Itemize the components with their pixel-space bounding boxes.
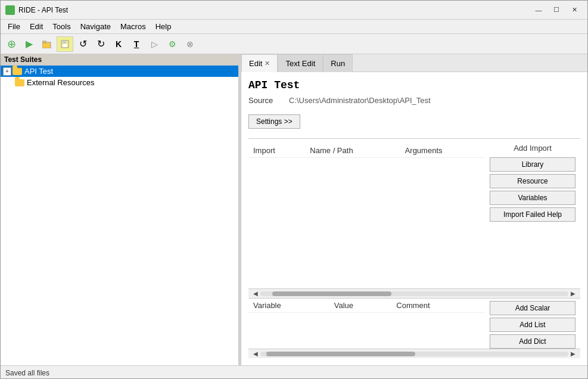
source-label: Source [248,96,284,105]
k-toolbar-btn[interactable]: K [110,36,127,52]
variables-button[interactable]: Variables [490,191,575,205]
menu-item-file[interactable]: File [3,21,25,32]
add-dict-button[interactable]: Add Dict [490,334,575,349]
divider [248,138,580,139]
variable-buttons: Add Scalar Add List Add Dict [485,299,580,349]
import-col-arguments: Arguments [400,144,485,158]
tree-item-label: API Test [24,67,53,76]
var-col-comment: Comment [391,299,485,313]
gear-toolbar-btn[interactable]: ⚙ [164,36,181,52]
svg-rect-1 [42,41,46,43]
source-path: C:\Users\Administrator\Desktop\API_Test [289,96,431,105]
import-hscroll[interactable]: ◀ ▶ [248,288,580,298]
import-table: Import Name / Path Arguments [248,144,485,158]
menu-bar: FileEditToolsNavigateMacrosHelp [1,20,587,34]
tab-run[interactable]: Run [323,54,353,72]
add-import-label: Add Import [490,144,575,153]
variable-table-wrapper: Variable Value Comment Add Scalar Add Li… [248,299,580,349]
tab-edit[interactable]: Edit ✕ [241,54,278,72]
play-toolbar-btn[interactable]: ▷ [146,36,163,52]
var-scroll-thumb[interactable] [266,352,415,356]
import-section: Import Name / Path Arguments Add Import … [248,144,580,288]
variable-table: Variable Value Comment [248,299,485,349]
scroll-track [260,291,568,296]
save-toolbar-btn[interactable] [57,36,73,52]
import-buttons: Add Import Library Resource Variables Im… [485,144,580,288]
menu-item-navigate[interactable]: Navigate [76,21,116,32]
svg-rect-3 [63,41,66,44]
settings-button[interactable]: Settings >> [248,114,300,129]
variable-hscroll[interactable]: ◀ ▶ [248,349,580,358]
var-scroll-left-arrow[interactable]: ◀ [251,349,260,359]
status-text: Saved all files [5,369,49,377]
tree-item-api-test[interactable]: + API Test [1,66,238,77]
scroll-right-arrow[interactable]: ▶ [568,289,578,299]
variable-table-body [248,313,485,349]
menu-item-macros[interactable]: Macros [116,21,151,32]
new-toolbar-btn[interactable]: ⊕ [3,36,20,52]
title-text: RIDE - API Test [18,6,530,14]
svg-rect-4 [63,44,67,47]
menu-item-help[interactable]: Help [151,21,176,32]
menu-item-edit[interactable]: Edit [25,21,48,32]
t-toolbar-btn[interactable]: T [128,36,145,52]
refresh-all-toolbar-btn[interactable]: ↻ [92,36,109,52]
import-col-import: Import [248,144,305,158]
right-panel: Edit ✕ Text Edit Run API Test Source C:\… [241,54,587,365]
left-panel: Test Suites + API Test External Resource… [1,54,239,365]
tree-item-label-external: External Resources [27,78,94,87]
tab-text-edit[interactable]: Text Edit [278,54,323,72]
resource-button[interactable]: Resource [490,174,575,188]
toolbar: ⊕ ▶ ↺ ↻ K T ▷ ⚙ ⊗ [1,34,587,54]
folder-icon [13,68,22,75]
tab-edit-close[interactable]: ✕ [265,60,270,67]
suite-title: API Test [248,79,580,91]
refresh-toolbar-btn[interactable]: ↺ [74,36,91,52]
source-row: Source C:\Users\Administrator\Desktop\AP… [248,96,580,105]
var-col-variable: Variable [248,299,329,313]
minimize-button[interactable]: — [530,4,547,17]
tree-item-external-resources[interactable]: External Resources [1,77,238,88]
test-suites-header: Test Suites [1,54,238,66]
window-controls: — ☐ ✕ [530,4,583,17]
status-bar: Saved all files [1,365,587,379]
maximize-button[interactable]: ☐ [548,4,565,17]
folder-icon-external [15,79,24,86]
main-layout: Test Suites + API Test External Resource… [1,54,587,365]
import-failed-help-button[interactable]: Import Failed Help [490,207,575,222]
menu-item-tools[interactable]: Tools [48,21,75,32]
tab-run-label: Run [331,59,345,68]
expand-icon: + [3,67,11,76]
add-list-button[interactable]: Add List [490,318,575,332]
var-scroll-track [260,352,568,356]
open-toolbar-btn[interactable] [39,36,55,52]
scroll-left-arrow[interactable]: ◀ [251,289,260,299]
var-scroll-right-arrow[interactable]: ▶ [568,349,578,359]
scroll-thumb[interactable] [272,291,391,296]
add-scalar-button[interactable]: Add Scalar [490,301,575,315]
variable-section: Variable Value Comment Add Scalar Add Li… [248,298,580,349]
title-bar: RIDE - API Test — ☐ ✕ [1,1,587,20]
tab-text-edit-label: Text Edit [285,59,315,68]
close-button[interactable]: ✕ [566,4,583,17]
var-col-value: Value [329,299,392,313]
content-area: API Test Source C:\Users\Administrator\D… [241,72,587,365]
stop-toolbar-btn[interactable]: ⊗ [182,36,198,52]
tab-edit-label: Edit [249,59,262,68]
import-col-name: Name / Path [305,144,400,158]
tab-bar: Edit ✕ Text Edit Run [241,54,587,72]
run-toolbar-btn[interactable]: ▶ [21,36,38,52]
app-icon [5,5,15,15]
import-table-area: Import Name / Path Arguments [248,144,485,288]
library-button[interactable]: Library [490,157,575,172]
